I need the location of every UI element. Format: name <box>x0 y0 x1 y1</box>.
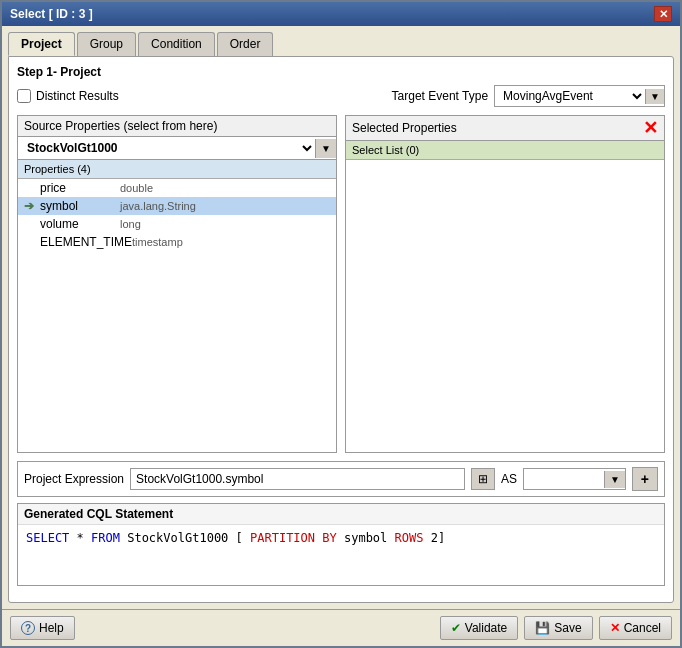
cql-partition-by: PARTITION BY <box>250 531 337 545</box>
tab-order[interactable]: Order <box>217 32 274 56</box>
target-event-type-label: Target Event Type <box>392 89 489 103</box>
prop-name-1: symbol <box>40 199 120 213</box>
source-dropdown-wrapper: StockVolGt1000 ▼ <box>18 137 336 160</box>
expr-grid-icon: ⊞ <box>478 472 488 486</box>
cql-table: StockVolGt1000 [ <box>127 531 243 545</box>
cql-rows-val: 2] <box>431 531 445 545</box>
table-row[interactable]: volume long <box>18 215 336 233</box>
cancel-button[interactable]: ✕ Cancel <box>599 616 672 640</box>
tab-group[interactable]: Group <box>77 32 136 56</box>
cql-from-kw: FROM <box>91 531 120 545</box>
validate-label: Validate <box>465 621 507 635</box>
target-dropdown-icon[interactable]: ▼ <box>645 89 664 104</box>
cql-label: Generated CQL Statement <box>18 504 664 525</box>
target-event-select[interactable]: MovingAvgEvent <box>495 86 645 106</box>
cancel-label: Cancel <box>624 621 661 635</box>
expression-icon-button[interactable]: ⊞ <box>471 468 495 490</box>
window-body: Project Group Condition Order Step 1- Pr… <box>2 26 680 609</box>
target-event-select-wrapper: MovingAvgEvent ▼ <box>494 85 665 107</box>
close-button[interactable]: ✕ <box>654 6 672 22</box>
project-expression-section: Project Expression ⊞ AS ▼ + <box>17 461 665 497</box>
row-arrow-3 <box>24 235 36 249</box>
add-expression-button[interactable]: + <box>632 467 658 491</box>
validate-icon: ✔ <box>451 621 461 635</box>
prop-name-3: ELEMENT_TIME <box>40 235 132 249</box>
cql-select: SELECT <box>26 531 69 545</box>
save-button[interactable]: 💾 Save <box>524 616 592 640</box>
table-row[interactable]: price double <box>18 179 336 197</box>
selected-properties-label: Selected Properties <box>352 121 457 135</box>
prop-type-0: double <box>120 182 153 194</box>
cql-symbol: symbol <box>344 531 395 545</box>
project-expression-label: Project Expression <box>24 472 124 486</box>
footer: ? Help ✔ Validate 💾 Save ✕ Cancel <box>2 609 680 646</box>
main-window: Select [ ID : 3 ] ✕ Project Group Condit… <box>0 0 682 648</box>
select-list-header: Select List (0) <box>346 141 664 160</box>
distinct-checkbox[interactable] <box>17 89 31 103</box>
row-arrow-1: ➔ <box>24 199 36 213</box>
step-label: Step 1- Project <box>17 65 665 79</box>
cql-from: * <box>77 531 91 545</box>
prop-name-0: price <box>40 181 120 195</box>
project-expression-input[interactable] <box>130 468 465 490</box>
source-properties-header: Source Properties (select from here) <box>18 116 336 137</box>
target-row: Target Event Type MovingAvgEvent ▼ <box>392 85 665 107</box>
source-properties-section: Source Properties (select from here) Sto… <box>17 115 337 453</box>
table-row[interactable]: ➔ symbol java.lang.String <box>18 197 336 215</box>
selected-properties-section: Selected Properties ✕ Select List (0) <box>345 115 665 453</box>
project-expression-row: Project Expression ⊞ AS ▼ + <box>18 462 664 496</box>
prop-name-2: volume <box>40 217 120 231</box>
window-title: Select [ ID : 3 ] <box>10 7 93 21</box>
row-arrow-0 <box>24 181 36 195</box>
prop-type-2: long <box>120 218 141 230</box>
distinct-label: Distinct Results <box>36 89 119 103</box>
properties-table: price double ➔ symbol java.lang.String v… <box>18 179 336 452</box>
row-arrow-2 <box>24 217 36 231</box>
tab-condition[interactable]: Condition <box>138 32 215 56</box>
distinct-row: Distinct Results Target Event Type Movin… <box>17 85 665 107</box>
properties-grid: Source Properties (select from here) Sto… <box>17 115 665 453</box>
as-input[interactable] <box>524 469 604 489</box>
footer-left: ? Help <box>10 616 75 640</box>
cql-rows: ROWS <box>395 531 424 545</box>
as-dropdown-button[interactable]: ▼ <box>604 471 625 488</box>
selected-properties-header: Selected Properties ✕ <box>346 116 664 141</box>
help-label: Help <box>39 621 64 635</box>
as-label: AS <box>501 472 517 486</box>
help-icon: ? <box>21 621 35 635</box>
save-label: Save <box>554 621 581 635</box>
cancel-icon: ✕ <box>610 621 620 635</box>
help-button[interactable]: ? Help <box>10 616 75 640</box>
table-row[interactable]: ELEMENT_TIME timestamp <box>18 233 336 251</box>
properties-table-header: Properties (4) <box>18 160 336 179</box>
tab-bar: Project Group Condition Order <box>8 32 674 56</box>
validate-button[interactable]: ✔ Validate <box>440 616 518 640</box>
prop-type-3: timestamp <box>132 236 183 248</box>
cql-content: SELECT * FROM StockVolGt1000 [ PARTITION… <box>18 525 664 585</box>
main-panel: Step 1- Project Distinct Results Target … <box>8 56 674 603</box>
selected-list-body <box>346 160 664 452</box>
save-icon: 💾 <box>535 621 550 635</box>
delete-selected-button[interactable]: ✕ <box>643 119 658 137</box>
cql-section: Generated CQL Statement SELECT * FROM St… <box>17 503 665 586</box>
tab-project[interactable]: Project <box>8 32 75 56</box>
source-dropdown-icon[interactable]: ▼ <box>315 139 336 158</box>
title-bar: Select [ ID : 3 ] ✕ <box>2 2 680 26</box>
prop-type-1: java.lang.String <box>120 200 196 212</box>
as-input-wrapper: ▼ <box>523 468 626 490</box>
source-select[interactable]: StockVolGt1000 <box>18 137 315 159</box>
footer-right: ✔ Validate 💾 Save ✕ Cancel <box>440 616 672 640</box>
distinct-left: Distinct Results <box>17 89 119 103</box>
